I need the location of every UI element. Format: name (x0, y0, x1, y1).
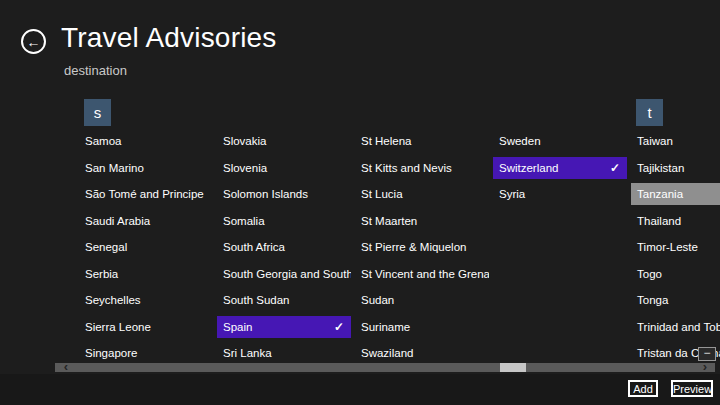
country-item[interactable]: Somalia (217, 210, 351, 232)
country-label: Somalia (223, 215, 265, 227)
country-label: St Maarten (361, 215, 417, 227)
page-title: Travel Advisories (61, 22, 277, 54)
country-label: Tajikistan (637, 162, 684, 174)
country-grid: sSamoaSan MarinoSão Tomé and PrincipeSau… (79, 99, 720, 369)
country-item[interactable]: Trinidad and Tobago (631, 316, 720, 338)
country-item[interactable]: Singapore (79, 342, 213, 364)
country-label: San Marino (85, 162, 144, 174)
country-item[interactable]: Spain✓ (217, 316, 351, 338)
minus-icon: − (703, 346, 710, 360)
country-item[interactable]: Sudan (355, 289, 489, 311)
country-item[interactable]: Sierra Leone (79, 316, 213, 338)
country-item[interactable]: Sri Lanka (217, 342, 351, 364)
country-label: Thailand (637, 215, 681, 227)
group-header-tile-t[interactable]: t (636, 99, 663, 126)
country-item[interactable]: Saudi Arabia (79, 210, 213, 232)
country-item[interactable]: San Marino (79, 157, 213, 179)
country-item[interactable]: Samoa (79, 130, 213, 152)
country-item[interactable]: Tajikistan (631, 157, 720, 179)
country-item[interactable]: South Sudan (217, 289, 351, 311)
country-label: Sudan (361, 294, 394, 306)
country-item[interactable]: Syria (493, 183, 627, 205)
tile-spacer (355, 99, 489, 130)
country-label: Taiwan (637, 135, 673, 147)
country-item[interactable]: St Kitts and Nevis (355, 157, 489, 179)
country-label: Timor-Leste (637, 241, 698, 253)
country-label: St Lucia (361, 188, 403, 200)
country-label: Sri Lanka (223, 347, 272, 359)
chevron-left-icon: ‹ (64, 359, 68, 374)
back-button[interactable]: ← (21, 29, 46, 54)
country-item[interactable]: Seychelles (79, 289, 213, 311)
country-label: Saudi Arabia (85, 215, 150, 227)
country-item[interactable]: St Lucia (355, 183, 489, 205)
country-label: Switzerland (499, 162, 558, 174)
country-label: South Georgia and South Sandwich Islands (223, 268, 351, 280)
country-item[interactable]: Togo (631, 263, 720, 285)
country-item[interactable]: Slovenia (217, 157, 351, 179)
country-item[interactable]: St Pierre & Miquelon (355, 236, 489, 258)
scroll-left-button[interactable]: ‹ (59, 360, 73, 374)
country-item[interactable]: South Africa (217, 236, 351, 258)
country-column: tTaiwanTajikistanTanzaniaThailandTimor-L… (631, 99, 720, 369)
country-label: Solomon Islands (223, 188, 308, 200)
country-label: Singapore (85, 347, 137, 359)
country-item[interactable]: Taiwan (631, 130, 720, 152)
country-label: Syria (499, 188, 525, 200)
back-arrow-icon: ← (27, 35, 41, 49)
country-column: SwedenSwitzerland✓Syria (493, 99, 627, 369)
country-label: St Helena (361, 135, 412, 147)
country-label: Slovakia (223, 135, 266, 147)
country-item[interactable]: Tonga (631, 289, 720, 311)
country-label: Senegal (85, 241, 127, 253)
country-item[interactable]: Solomon Islands (217, 183, 351, 205)
country-item[interactable]: Senegal (79, 236, 213, 258)
country-label: Slovenia (223, 162, 267, 174)
country-label: Samoa (85, 135, 121, 147)
travel-advisories-app: { "colors": { "background": "#1d1d1d", "… (0, 0, 720, 405)
country-item[interactable]: São Tomé and Principe (79, 183, 213, 205)
country-label: São Tomé and Principe (85, 188, 204, 200)
check-icon: ✓ (334, 316, 344, 338)
country-item[interactable]: St Vincent and the Grenadines (355, 263, 489, 285)
country-item[interactable]: Tanzania (631, 183, 720, 205)
country-item[interactable]: Switzerland✓ (493, 157, 627, 179)
scrollbar-thumb[interactable] (500, 363, 526, 372)
country-item[interactable]: St Maarten (355, 210, 489, 232)
country-column: SlovakiaSloveniaSolomon IslandsSomaliaSo… (217, 99, 351, 369)
group-header-tile-s[interactable]: s (84, 99, 111, 126)
country-label: South Sudan (223, 294, 290, 306)
country-item[interactable]: Suriname (355, 316, 489, 338)
scroll-right-button[interactable]: › (698, 360, 712, 374)
tile-spacer (217, 99, 351, 130)
country-label: Trinidad and Tobago (637, 321, 720, 333)
country-item[interactable]: Slovakia (217, 130, 351, 152)
destination-label: destination (64, 63, 127, 78)
country-item[interactable]: Thailand (631, 210, 720, 232)
country-label: St Vincent and the Grenadines (361, 268, 489, 280)
country-label: South Africa (223, 241, 285, 253)
country-label: St Pierre & Miquelon (361, 241, 466, 253)
tile-spacer (493, 99, 627, 130)
country-label: Sierra Leone (85, 321, 151, 333)
country-item[interactable]: Sweden (493, 130, 627, 152)
country-item[interactable]: Timor-Leste (631, 236, 720, 258)
country-label: Serbia (85, 268, 118, 280)
country-item[interactable]: Serbia (79, 263, 213, 285)
add-button[interactable]: Add (628, 380, 658, 397)
check-icon: ✓ (610, 157, 620, 179)
country-item[interactable]: St Helena (355, 130, 489, 152)
country-column: sSamoaSan MarinoSão Tomé and PrincipeSau… (79, 99, 213, 369)
country-label: Seychelles (85, 294, 141, 306)
country-label: Togo (637, 268, 662, 280)
preview-button[interactable]: Preview (671, 380, 713, 397)
country-label: Swaziland (361, 347, 413, 359)
horizontal-scrollbar[interactable]: ‹ › (55, 363, 715, 372)
country-item[interactable]: Swaziland (355, 342, 489, 364)
country-item[interactable]: South Georgia and South Sandwich Islands (217, 263, 351, 285)
app-bar: Add Preview (0, 374, 720, 405)
country-label: Tanzania (637, 188, 683, 200)
country-label: Sweden (499, 135, 541, 147)
country-label: Tonga (637, 294, 668, 306)
chevron-right-icon: › (703, 359, 707, 374)
